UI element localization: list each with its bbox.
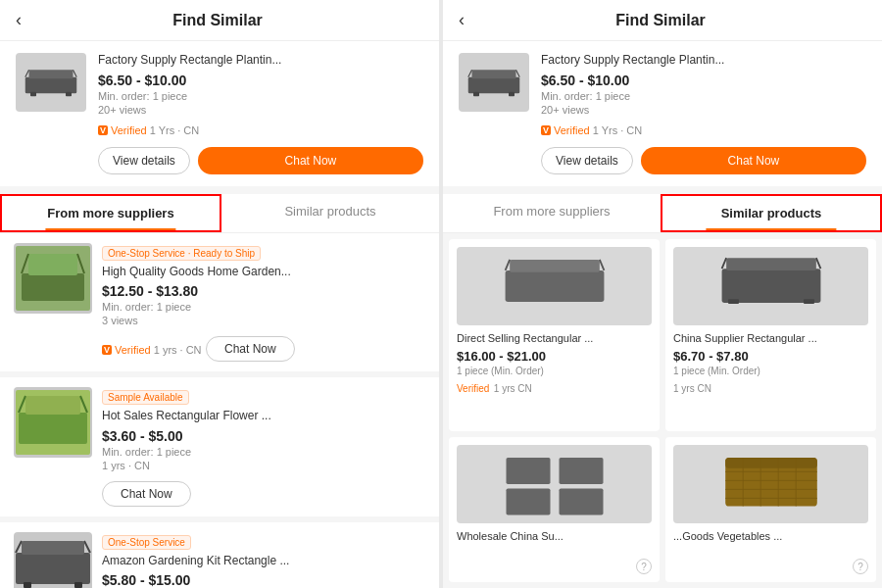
svg-rect-7 xyxy=(22,273,84,301)
left-supplier-views-2: 1 yrs · CN xyxy=(102,460,425,471)
left-panel: ‹ Find Similar Factory Supply Rectangle … xyxy=(0,0,439,588)
right-tab-from-more-suppliers[interactable]: From more suppliers xyxy=(443,194,661,232)
svg-rect-5 xyxy=(66,92,72,97)
svg-rect-21 xyxy=(74,582,82,588)
right-similar-thumb-3 xyxy=(457,445,652,523)
right-product-thumbnail xyxy=(459,53,529,112)
svg-rect-20 xyxy=(24,582,31,588)
svg-rect-17 xyxy=(22,541,84,555)
left-product-views: 20+ views xyxy=(98,104,423,116)
right-similar-min-2: 1 piece (Min. Order) xyxy=(673,366,868,376)
left-tab-from-more-suppliers[interactable]: From more suppliers xyxy=(0,194,221,232)
left-supplier-tag-3: One-Stop Service xyxy=(102,535,191,550)
svg-rect-32 xyxy=(721,269,820,303)
verified-icon: V xyxy=(541,125,551,135)
left-back-arrow[interactable]: ‹ xyxy=(16,10,22,30)
left-product-price: $6.50 - $10.00 xyxy=(98,73,423,88)
svg-rect-16 xyxy=(16,553,90,584)
right-chat-now-button[interactable]: Chat Now xyxy=(641,147,866,174)
right-similar-thumb-2 xyxy=(673,247,868,325)
svg-line-18 xyxy=(16,541,22,553)
left-supplier-verified-1: V Verified 1 yrs · CN xyxy=(102,344,202,356)
left-tabs-row: From more suppliers Similar products xyxy=(0,194,439,233)
svg-rect-41 xyxy=(559,488,603,514)
svg-line-30 xyxy=(505,260,510,270)
left-supplier-item-2: Sample Available Hot Sales Rectangular F… xyxy=(0,377,439,516)
right-similar-item-3[interactable]: Wholesale China Su... ? xyxy=(449,437,660,582)
left-supplier-info-1: One-Stop Service · Ready to Ship High Qu… xyxy=(102,243,425,363)
svg-rect-36 xyxy=(728,299,739,304)
right-featured-product: Factory Supply Rectangle Plantin... $6.5… xyxy=(443,41,882,194)
left-supplier-tag-2: Sample Available xyxy=(102,390,189,405)
svg-rect-26 xyxy=(473,92,479,97)
right-similar-thumb-4 xyxy=(673,445,868,523)
right-product-min-order: Min. order: 1 piece xyxy=(541,90,866,102)
svg-rect-4 xyxy=(30,92,36,97)
right-similar-name-2: China Supplier Rectangular ... xyxy=(673,331,868,345)
left-suppliers-list: One-Stop Service · Ready to Ship High Qu… xyxy=(0,233,439,588)
left-product-name: Factory Supply Rectangle Plantin... xyxy=(98,53,423,69)
left-panel-title: Find Similar xyxy=(29,12,406,29)
left-tab-similar-products[interactable]: Similar products xyxy=(221,194,439,232)
left-verified-badge: V Verified 1 Yrs · CN xyxy=(98,124,199,136)
svg-rect-0 xyxy=(25,77,77,94)
right-similar-price-1: $16.00 - $21.00 xyxy=(457,349,652,364)
left-supplier-item-3: One-Stop Service Amazon Gardening Kit Re… xyxy=(0,522,439,588)
right-similar-yr-1: 1 yrs CN xyxy=(494,383,532,394)
left-supplier-price-2: $3.60 - $5.00 xyxy=(102,428,425,444)
svg-rect-40 xyxy=(506,488,550,514)
right-similar-price-2: $6.70 - $7.80 xyxy=(673,349,868,364)
right-product-views: 20+ views xyxy=(541,104,866,116)
right-view-details-button[interactable]: View details xyxy=(541,147,633,174)
left-card-actions: View details Chat Now xyxy=(98,147,423,174)
left-view-details-button[interactable]: View details xyxy=(98,147,190,174)
right-product-price: $6.50 - $10.00 xyxy=(541,73,866,88)
svg-line-35 xyxy=(815,258,820,269)
svg-rect-28 xyxy=(505,270,604,302)
svg-rect-12 xyxy=(19,413,87,444)
left-supplier-thumb-3 xyxy=(14,532,92,588)
right-similar-min-1: 1 piece (Min. Order) xyxy=(457,366,652,376)
right-card-actions: View details Chat Now xyxy=(541,147,866,174)
verified-icon: V xyxy=(102,345,112,355)
right-verified-badge: V Verified 1 Yrs · CN xyxy=(541,124,642,136)
left-supplier-views-1: 3 views xyxy=(102,315,425,326)
svg-rect-13 xyxy=(25,396,80,415)
right-similar-item-1[interactable]: Direct Selling Rectangular ... $16.00 - … xyxy=(449,239,660,431)
svg-rect-33 xyxy=(726,258,816,270)
help-icon-4[interactable]: ? xyxy=(853,559,868,574)
right-similar-name-3: Wholesale China Su... xyxy=(457,529,652,543)
svg-line-31 xyxy=(599,260,604,270)
svg-rect-29 xyxy=(510,260,600,272)
right-tab-similar-products[interactable]: Similar products xyxy=(661,194,882,232)
left-supplier-thumb-2 xyxy=(14,387,92,458)
right-similar-name-4: ...Goods Vegetables ... xyxy=(673,529,868,543)
left-product-thumbnail xyxy=(16,53,86,112)
left-featured-product: Factory Supply Rectangle Plantin... $6.5… xyxy=(0,41,439,194)
left-supplier-chat-1[interactable]: Chat Now xyxy=(206,336,295,362)
right-header: ‹ Find Similar xyxy=(443,0,882,41)
help-icon-3[interactable]: ? xyxy=(636,559,652,574)
right-product-info: Factory Supply Rectangle Plantin... $6.5… xyxy=(541,53,866,174)
right-similar-item-4[interactable]: ...Goods Vegetables ... ? xyxy=(665,437,876,582)
right-product-name: Factory Supply Rectangle Plantin... xyxy=(541,53,866,69)
svg-rect-22 xyxy=(468,77,520,94)
svg-rect-27 xyxy=(509,92,514,97)
svg-line-25 xyxy=(516,70,520,77)
svg-rect-38 xyxy=(506,458,550,484)
left-supplier-tag-1: One-Stop Service · Ready to Ship xyxy=(102,246,261,261)
right-similar-item-2[interactable]: China Supplier Rectangular ... $6.70 - $… xyxy=(665,239,876,431)
left-supplier-info-3: One-Stop Service Amazon Gardening Kit Re… xyxy=(102,532,425,588)
svg-rect-43 xyxy=(725,458,817,468)
left-supplier-min-1: Min. order: 1 piece xyxy=(102,301,425,313)
svg-line-3 xyxy=(74,70,77,77)
left-supplier-chat-2[interactable]: Chat Now xyxy=(102,481,191,507)
left-supplier-name-3: Amazon Gardening Kit Rectangle ... xyxy=(102,554,425,569)
left-chat-now-button[interactable]: Chat Now xyxy=(198,147,423,174)
svg-rect-1 xyxy=(29,70,74,78)
svg-line-19 xyxy=(84,541,90,553)
left-header: ‹ Find Similar xyxy=(0,0,439,41)
right-back-arrow[interactable]: ‹ xyxy=(459,10,465,30)
right-similar-yr-2: 1 yrs CN xyxy=(673,383,711,394)
left-supplier-item-1: One-Stop Service · Ready to Ship High Qu… xyxy=(0,233,439,372)
